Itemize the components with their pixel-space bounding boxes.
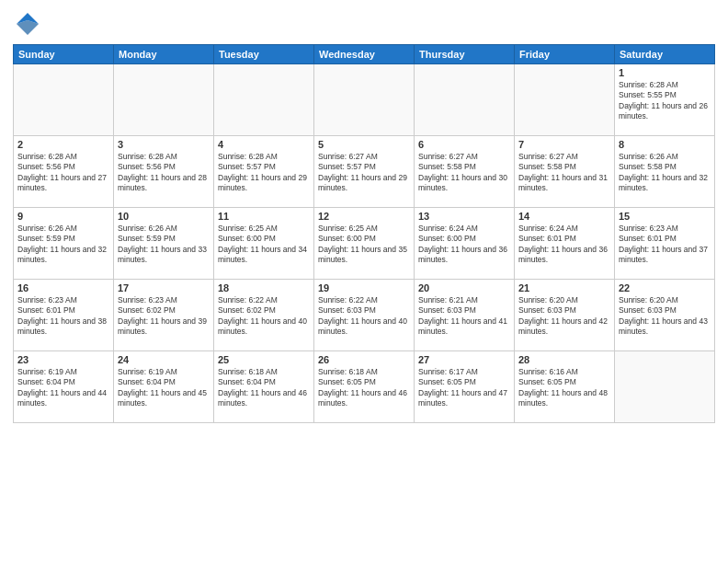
- calendar-cell: 19Sunrise: 6:22 AMSunset: 6:03 PMDayligh…: [314, 280, 415, 351]
- day-info: Sunrise: 6:28 AMSunset: 5:57 PMDaylight:…: [218, 152, 310, 194]
- day-number: 14: [518, 211, 610, 222]
- day-number: 20: [418, 282, 510, 293]
- day-number: 11: [218, 211, 310, 222]
- calendar-cell: 12Sunrise: 6:25 AMSunset: 6:00 PMDayligh…: [314, 208, 415, 280]
- day-info: Sunrise: 6:20 AMSunset: 6:03 PMDaylight:…: [518, 295, 610, 338]
- day-of-week-header: Saturday: [615, 45, 715, 64]
- day-info: Sunrise: 6:18 AMSunset: 6:05 PMDaylight:…: [318, 367, 410, 409]
- calendar-cell: 8Sunrise: 6:26 AMSunset: 5:58 PMDaylight…: [615, 136, 715, 208]
- calendar-cell: [415, 64, 515, 136]
- day-number: 10: [118, 211, 210, 222]
- calendar-cell: 1Sunrise: 6:28 AMSunset: 5:55 PMDaylight…: [615, 64, 715, 136]
- calendar-cell: [615, 351, 715, 423]
- day-info: Sunrise: 6:26 AMSunset: 5:59 PMDaylight:…: [118, 224, 210, 266]
- day-info: Sunrise: 6:23 AMSunset: 6:02 PMDaylight:…: [118, 295, 210, 338]
- day-info: Sunrise: 6:23 AMSunset: 6:01 PMDaylight:…: [619, 224, 711, 266]
- calendar-header: SundayMondayTuesdayWednesdayThursdayFrid…: [14, 45, 715, 64]
- day-of-week-header: Wednesday: [314, 45, 415, 64]
- calendar-cell: 11Sunrise: 6:25 AMSunset: 6:00 PMDayligh…: [214, 208, 314, 280]
- calendar-week-row: 16Sunrise: 6:23 AMSunset: 6:01 PMDayligh…: [14, 280, 715, 351]
- calendar-week-row: 1Sunrise: 6:28 AMSunset: 5:55 PMDaylight…: [14, 64, 715, 136]
- calendar-cell: 20Sunrise: 6:21 AMSunset: 6:03 PMDayligh…: [415, 280, 515, 351]
- day-of-week-header: Thursday: [415, 45, 515, 64]
- day-number: 21: [518, 282, 610, 293]
- day-number: 13: [418, 211, 510, 222]
- calendar-cell: 7Sunrise: 6:27 AMSunset: 5:58 PMDaylight…: [515, 136, 615, 208]
- day-info: Sunrise: 6:20 AMSunset: 6:03 PMDaylight:…: [619, 295, 711, 338]
- day-info: Sunrise: 6:24 AMSunset: 6:00 PMDaylight:…: [418, 224, 510, 266]
- calendar-cell: 3Sunrise: 6:28 AMSunset: 5:56 PMDaylight…: [114, 136, 214, 208]
- calendar-cell: [214, 64, 314, 136]
- day-info: Sunrise: 6:26 AMSunset: 5:58 PMDaylight:…: [619, 152, 711, 194]
- logo: [13, 9, 46, 39]
- day-number: 6: [418, 139, 510, 150]
- header: [13, 9, 715, 39]
- day-info: Sunrise: 6:16 AMSunset: 6:05 PMDaylight:…: [518, 367, 610, 409]
- calendar-cell: 5Sunrise: 6:27 AMSunset: 5:57 PMDaylight…: [314, 136, 415, 208]
- calendar-cell: 24Sunrise: 6:19 AMSunset: 6:04 PMDayligh…: [114, 351, 214, 423]
- day-number: 26: [318, 354, 410, 365]
- day-number: 9: [17, 211, 109, 222]
- day-info: Sunrise: 6:24 AMSunset: 6:01 PMDaylight:…: [518, 224, 610, 266]
- calendar-table: SundayMondayTuesdayWednesdayThursdayFrid…: [13, 44, 715, 423]
- day-info: Sunrise: 6:19 AMSunset: 6:04 PMDaylight:…: [118, 367, 210, 409]
- calendar-cell: 6Sunrise: 6:27 AMSunset: 5:58 PMDaylight…: [415, 136, 515, 208]
- day-number: 8: [619, 139, 711, 150]
- day-of-week-header: Tuesday: [214, 45, 314, 64]
- calendar-cell: 15Sunrise: 6:23 AMSunset: 6:01 PMDayligh…: [615, 208, 715, 280]
- day-info: Sunrise: 6:21 AMSunset: 6:03 PMDaylight:…: [418, 295, 510, 338]
- day-number: 23: [17, 354, 109, 365]
- day-number: 18: [218, 282, 310, 293]
- day-info: Sunrise: 6:25 AMSunset: 6:00 PMDaylight:…: [218, 224, 310, 266]
- day-info: Sunrise: 6:27 AMSunset: 5:58 PMDaylight:…: [418, 152, 510, 194]
- calendar-cell: 28Sunrise: 6:16 AMSunset: 6:05 PMDayligh…: [515, 351, 615, 423]
- day-number: 15: [619, 211, 711, 222]
- day-number: 16: [17, 282, 109, 293]
- calendar-cell: 17Sunrise: 6:23 AMSunset: 6:02 PMDayligh…: [114, 280, 214, 351]
- page: SundayMondayTuesdayWednesdayThursdayFrid…: [0, 0, 728, 563]
- calendar-cell: 23Sunrise: 6:19 AMSunset: 6:04 PMDayligh…: [14, 351, 114, 423]
- day-info: Sunrise: 6:27 AMSunset: 5:58 PMDaylight:…: [518, 152, 610, 194]
- header-row: SundayMondayTuesdayWednesdayThursdayFrid…: [14, 45, 715, 64]
- day-info: Sunrise: 6:23 AMSunset: 6:01 PMDaylight:…: [17, 295, 109, 338]
- calendar-cell: 22Sunrise: 6:20 AMSunset: 6:03 PMDayligh…: [615, 280, 715, 351]
- day-number: 27: [418, 354, 510, 365]
- day-number: 3: [118, 139, 210, 150]
- day-number: 25: [218, 354, 310, 365]
- calendar-cell: 4Sunrise: 6:28 AMSunset: 5:57 PMDaylight…: [214, 136, 314, 208]
- day-of-week-header: Monday: [114, 45, 214, 64]
- day-number: 1: [619, 67, 711, 78]
- day-number: 28: [518, 354, 610, 365]
- day-info: Sunrise: 6:28 AMSunset: 5:56 PMDaylight:…: [17, 152, 109, 194]
- day-number: 12: [318, 211, 410, 222]
- calendar-cell: 14Sunrise: 6:24 AMSunset: 6:01 PMDayligh…: [515, 208, 615, 280]
- day-info: Sunrise: 6:25 AMSunset: 6:00 PMDaylight:…: [318, 224, 410, 266]
- calendar-cell: 16Sunrise: 6:23 AMSunset: 6:01 PMDayligh…: [14, 280, 114, 351]
- day-info: Sunrise: 6:22 AMSunset: 6:03 PMDaylight:…: [318, 295, 410, 338]
- day-number: 7: [518, 139, 610, 150]
- calendar-cell: 21Sunrise: 6:20 AMSunset: 6:03 PMDayligh…: [515, 280, 615, 351]
- calendar-cell: 27Sunrise: 6:17 AMSunset: 6:05 PMDayligh…: [415, 351, 515, 423]
- day-info: Sunrise: 6:22 AMSunset: 6:02 PMDaylight:…: [218, 295, 310, 338]
- day-info: Sunrise: 6:28 AMSunset: 5:56 PMDaylight:…: [118, 152, 210, 194]
- calendar-cell: 9Sunrise: 6:26 AMSunset: 5:59 PMDaylight…: [14, 208, 114, 280]
- calendar-cell: [515, 64, 615, 136]
- calendar-cell: [14, 64, 114, 136]
- day-number: 24: [118, 354, 210, 365]
- logo-icon: [13, 9, 42, 39]
- calendar-cell: 2Sunrise: 6:28 AMSunset: 5:56 PMDaylight…: [14, 136, 114, 208]
- calendar-cell: 25Sunrise: 6:18 AMSunset: 6:04 PMDayligh…: [214, 351, 314, 423]
- day-number: 5: [318, 139, 410, 150]
- day-info: Sunrise: 6:26 AMSunset: 5:59 PMDaylight:…: [17, 224, 109, 266]
- day-number: 4: [218, 139, 310, 150]
- calendar-cell: [114, 64, 214, 136]
- day-number: 2: [17, 139, 109, 150]
- calendar-cell: [314, 64, 415, 136]
- calendar-cell: 10Sunrise: 6:26 AMSunset: 5:59 PMDayligh…: [114, 208, 214, 280]
- day-info: Sunrise: 6:17 AMSunset: 6:05 PMDaylight:…: [418, 367, 510, 409]
- day-info: Sunrise: 6:19 AMSunset: 6:04 PMDaylight:…: [17, 367, 109, 409]
- day-of-week-header: Sunday: [14, 45, 114, 64]
- calendar-body: 1Sunrise: 6:28 AMSunset: 5:55 PMDaylight…: [14, 64, 715, 423]
- day-number: 17: [118, 282, 210, 293]
- calendar-cell: 18Sunrise: 6:22 AMSunset: 6:02 PMDayligh…: [214, 280, 314, 351]
